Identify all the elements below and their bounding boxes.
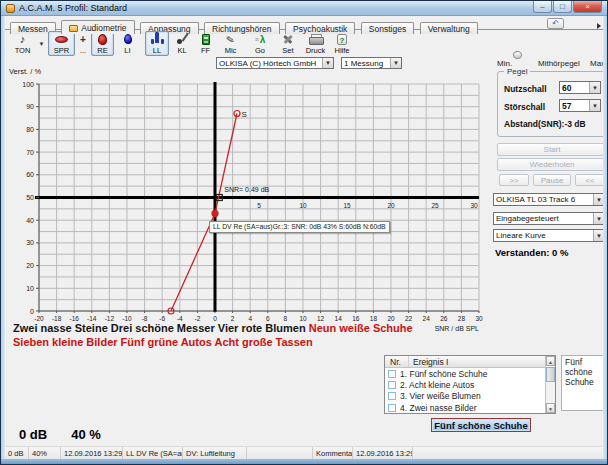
svg-text:100: 100 [22,81,34,88]
checkbox[interactable] [388,381,396,389]
response-textbox[interactable]: Fünf schöne Schuhe [561,355,605,411]
stoerschall-label: Störschall [504,102,545,112]
headphones-icon [150,34,165,44]
svg-text:26: 26 [440,315,448,322]
pegel-title: Pegel [504,67,530,76]
list-item[interactable]: 1. Fünf schöne Schuhe [385,368,555,379]
tab-overflow-arrow-icon[interactable] [597,23,601,29]
scroll-down-icon[interactable]: ▼ [546,403,555,413]
nutzschall-combo[interactable]: 60▼ [559,81,601,94]
sentence-line-1-red: Neun weiße Schuhe [309,322,413,334]
svg-text:-16: -16 [69,315,79,322]
folder-icon [69,25,78,32]
list-item[interactable]: 2. Acht kleine Autos [385,379,555,390]
list-item[interactable]: 3. Vier weiße Blumen [385,391,555,402]
svg-text:0: 0 [30,308,34,315]
svg-text:8: 8 [284,315,288,322]
microphone-icon: ✎ [225,33,235,45]
svg-text:-10: -10 [122,315,132,322]
back-button[interactable]: << [575,174,605,186]
speaker-icon [202,34,210,45]
kl-button[interactable]: KL [172,31,192,56]
ll-button[interactable]: LL [145,31,169,56]
svg-text:Verst. / %: Verst. / % [9,67,41,76]
status-datetime-1: 12.09.2016 13:29:33 [61,447,123,459]
hilfe-button[interactable]: ? Hilfe [331,31,353,56]
window-frame-right [603,16,607,459]
help-icon: ? [337,34,347,45]
svg-text:70: 70 [26,149,34,156]
forward-button[interactable]: >> [499,174,529,186]
left-ear-icon [124,34,132,44]
svg-text:24: 24 [423,315,431,322]
stoerschall-combo[interactable]: 57▼ [559,99,601,112]
start-button[interactable]: Start [497,143,605,156]
undo-icon[interactable]: ↶ [547,18,564,29]
wiederholen-button[interactable]: Wiederholen [497,158,605,171]
current-level: 0 dB [19,427,47,442]
svg-text:5: 5 [257,202,261,209]
abstand-snr-label: Abstand(SNR):-3 dB [504,119,586,129]
answer-button[interactable]: Fünf schöne Schuhe [431,418,531,432]
right-ear-icon [98,34,107,45]
tab-audiometrie[interactable]: Audiometrie [61,20,134,34]
svg-text:28: 28 [458,315,466,322]
measurement-tooltip: LL DV Re (SA=aus)Gr.:3: SNR: 0dB 43% S:6… [209,221,390,233]
svg-text:-8: -8 [142,315,148,322]
maximize-button[interactable]: □ [553,1,572,13]
checkbox[interactable] [388,404,396,412]
earphone-icon [176,33,188,45]
checkbox[interactable] [388,370,396,378]
ton-dropdown-arrow[interactable]: ▼ [37,38,46,50]
app-icon [6,4,15,13]
mithoerpegel-slider-knob[interactable] [513,51,522,59]
list-item[interactable]: 4. Zwei nasse Bilder [385,402,555,413]
ton-button[interactable]: ♪ TON [9,31,36,56]
svg-text:SNR= 0.49 dB: SNR= 0.49 dB [224,186,269,193]
window-title: A.C.A.M. 5 Profil: Standard [19,3,127,13]
svg-text:15: 15 [343,202,351,209]
checkbox[interactable] [388,392,396,400]
svg-text:SNR / dB SPL: SNR / dB SPL [435,325,479,332]
svg-text:50: 50 [26,194,34,201]
mode-combo[interactable]: Eingabegesteuert▼ [493,212,605,225]
set-button[interactable]: Set [277,31,299,56]
druck-button[interactable]: Druck [303,31,328,56]
go-button[interactable]: ≡λ Go [249,31,271,56]
current-level-display: 0 dB40 % [19,427,125,442]
svg-text:-4: -4 [177,315,183,322]
curve-combo[interactable]: Lineare Kurve▼ [493,229,605,242]
running-man-icon: λ [260,34,266,45]
svg-text:14: 14 [335,315,343,322]
mic-button[interactable]: ✎ Mic [219,31,242,56]
svg-text:6: 6 [266,315,270,322]
close-button[interactable]: × [573,1,602,13]
svg-text:10: 10 [299,315,307,322]
scroll-up-icon[interactable]: ▲ [546,356,555,366]
ff-button[interactable]: FF [196,31,215,56]
track-combo[interactable]: OLKISA TL 03 Track 6▼ [493,193,605,206]
svg-text:2: 2 [231,315,235,322]
pause-button[interactable]: Pause [533,174,571,186]
minimize-button[interactable]: – [533,1,552,13]
printer-icon [309,34,322,45]
scrollbar-thumb[interactable] [546,367,555,382]
status-bar: 0 dB 40% 12.09.2016 13:29:33 LL DV Re (S… [5,446,605,459]
svg-text:90: 90 [26,103,34,110]
svg-text:10: 10 [26,285,34,292]
status-transducer: DV: Luftleitung [183,447,247,459]
status-percent: 40% [29,447,61,459]
column-nr: Nr. [385,356,409,367]
event-list-scrollbar[interactable]: ▲ ▼ [545,356,555,413]
svg-text:16: 16 [352,315,360,322]
event-list: Nr. Ereignis I 1. Fünf schöne Schuhe 2. … [384,355,556,414]
nutzschall-label: Nutzschall [504,84,547,94]
speech-audiometry-chart[interactable]: 0102030405060708090100-20-18-16-14-12-10… [7,65,489,337]
verstanden-label: Verstanden: 0 % [495,247,568,258]
slider-mid-label: Mithörpegel [538,59,580,68]
svg-text:80: 80 [26,126,34,133]
tone-icon: ♪ [20,33,26,45]
svg-text:30: 30 [26,239,34,246]
title-bar: A.C.A.M. 5 Profil: Standard – □ × [1,1,607,16]
sentence-line-1: Zwei nasse Steine Drei schöne Messer Vie… [13,322,413,334]
